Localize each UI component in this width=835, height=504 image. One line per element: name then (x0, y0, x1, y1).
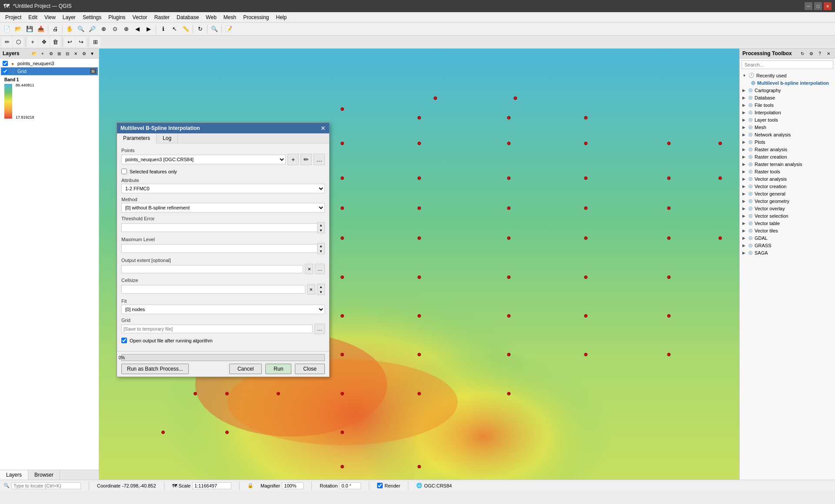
zoom-in-btn[interactable]: 🔍 (76, 24, 86, 34)
extent-clear-button[interactable]: ✕ (305, 264, 313, 274)
dialog-titlebar[interactable]: Multilevel B-Spline Interpolation ✕ (117, 123, 329, 133)
tree-bspline[interactable]: ◎ Multilevel b-spline interpolation (741, 79, 834, 86)
collapse-all-btn[interactable]: ⊟ (63, 50, 71, 57)
fit-select[interactable]: [0] nodes (121, 305, 325, 314)
layer-checkbox-points[interactable] (3, 61, 8, 66)
selected-features-checkbox[interactable] (121, 169, 127, 174)
zoom-prev-btn[interactable]: ◀ (132, 24, 143, 34)
run-batch-button[interactable]: Run as Batch Process... (121, 364, 189, 374)
save-as-btn[interactable]: 📥 (36, 24, 46, 34)
cellsize-up-btn[interactable]: ▲ (317, 284, 324, 289)
tab-layers[interactable]: Layers (0, 470, 28, 480)
tree-grass[interactable]: ▶ ◎ GRASS (741, 242, 834, 249)
cellsize-input[interactable]: 0.001000 (121, 285, 305, 294)
tree-cartography[interactable]: ▶ ◎ Cartography (741, 86, 834, 94)
dialog-close-button[interactable]: ✕ (321, 125, 326, 132)
layer-item-grid[interactable]: ▦ Grid ⊞ (1, 67, 98, 75)
layer-checkbox-grid[interactable] (3, 69, 8, 74)
menu-layer[interactable]: Layer (59, 13, 79, 21)
tab-browser[interactable]: Browser (28, 470, 60, 480)
menu-view[interactable]: View (41, 13, 59, 21)
filter-layer-btn[interactable]: ⚙ (47, 50, 55, 57)
run-button[interactable]: Run (265, 364, 291, 374)
tree-vector-tiles[interactable]: ▶ ◎ Vector tiles (741, 227, 834, 234)
toolbox-settings-btn[interactable]: ⚙ (807, 50, 815, 57)
digitize-btn[interactable]: ✏ (2, 37, 12, 47)
print-btn[interactable]: 🖨 (50, 24, 60, 34)
max-level-input[interactable]: 11 (121, 244, 317, 253)
zoom-selection-btn[interactable]: ⊕ (121, 24, 131, 34)
points-edit-button[interactable]: ✏ (301, 154, 312, 165)
tree-vector-creation[interactable]: ▶ ◎ Vector creation (741, 182, 834, 190)
search-locator-btn[interactable]: 🔍 (209, 24, 220, 34)
grid-output-input[interactable] (121, 325, 313, 333)
extent-browse-button[interactable]: … (315, 264, 325, 274)
attr-table-btn[interactable]: ⊞ (90, 37, 100, 47)
tree-raster-tools[interactable]: ▶ ◎ Raster tools (741, 168, 834, 175)
method-select[interactable]: [0] without B-spline refinement (121, 203, 325, 212)
tree-vector-geometry[interactable]: ▶ ◎ Vector geometry (741, 197, 834, 205)
tree-vector-general[interactable]: ▶ ◎ Vector general (741, 190, 834, 197)
maximize-button[interactable]: □ (814, 2, 822, 10)
remove-layer-btn[interactable]: ✕ (72, 50, 80, 57)
scale-input[interactable] (192, 482, 231, 489)
edit-node-btn[interactable]: ⬡ (13, 37, 23, 47)
max-level-up-btn[interactable]: ▲ (317, 243, 324, 249)
points-browse-button[interactable]: … (314, 154, 325, 165)
threshold-down-btn[interactable]: ▼ (317, 228, 324, 233)
tree-raster-analysis[interactable]: ▶ ◎ Raster analysis (741, 146, 834, 153)
menu-help[interactable]: Help (273, 13, 291, 21)
menu-web[interactable]: Web (202, 13, 220, 21)
minimize-button[interactable]: ─ (805, 2, 812, 10)
tree-database[interactable]: ▶ ◎ Database (741, 94, 834, 101)
zoom-out-btn[interactable]: 🔎 (87, 24, 97, 34)
threshold-up-btn[interactable]: ▲ (317, 222, 324, 228)
tab-parameters[interactable]: Parameters (117, 133, 157, 143)
grid-browse-button[interactable]: … (314, 324, 325, 334)
open-output-checkbox[interactable] (121, 338, 127, 343)
max-level-down-btn[interactable]: ▼ (317, 249, 324, 254)
close-button[interactable]: Close (295, 364, 325, 374)
tree-saga[interactable]: ▶ ◎ SAGA (741, 249, 834, 256)
redo-btn[interactable]: ↪ (76, 37, 86, 47)
toolbox-close-btn[interactable]: ✕ (825, 50, 832, 57)
tree-layer-tools[interactable]: ▶ ◎ Layer tools (741, 116, 834, 123)
tree-vector-overlay[interactable]: ▶ ◎ Vector overlay (741, 205, 834, 212)
threshold-input[interactable]: 0.000100 (121, 223, 317, 232)
toolbox-help-btn[interactable]: ? (816, 50, 824, 57)
new-project-btn[interactable]: 📄 (2, 24, 12, 34)
tree-gdal[interactable]: ▶ ◎ GDAL (741, 234, 834, 242)
toolbox-refresh-btn[interactable]: ↻ (798, 50, 806, 57)
tree-raster-terrain[interactable]: ▶ ◎ Raster terrain analysis (741, 160, 834, 168)
map-area[interactable]: Multilevel B-Spline Interpolation ✕ Para… (99, 49, 739, 480)
points-add-button[interactable]: + (287, 154, 299, 165)
save-project-btn[interactable]: 💾 (24, 24, 35, 34)
tree-file-tools[interactable]: ▶ ◎ File tools (741, 101, 834, 109)
points-select[interactable]: points_neuquen3 [OGC:CRS84] (121, 155, 286, 164)
refresh-btn[interactable]: ↻ (195, 24, 205, 34)
tab-log[interactable]: Log (157, 133, 178, 143)
cancel-button[interactable]: Cancel (229, 364, 262, 374)
attribute-select[interactable]: 1-2 FFMC0 (121, 184, 325, 193)
menu-processing[interactable]: Processing (240, 13, 272, 21)
open-project-btn[interactable]: 📂 (13, 24, 23, 34)
magnifier-input[interactable] (282, 482, 304, 489)
delete-feature-btn[interactable]: 🗑 (50, 37, 60, 47)
menu-vector[interactable]: Vector (129, 13, 151, 21)
menu-raster[interactable]: Raster (151, 13, 173, 21)
measure-btn[interactable]: 📏 (180, 24, 191, 34)
render-checkbox[interactable] (377, 483, 383, 488)
tree-plots[interactable]: ▶ ◎ Plots (741, 138, 834, 146)
layer-item-points[interactable]: ● points_neuquen3 (1, 60, 98, 67)
menu-settings[interactable]: Settings (79, 13, 105, 21)
close-window-button[interactable]: ✕ (824, 2, 832, 10)
menu-edit[interactable]: Edit (25, 13, 41, 21)
add-feature-btn[interactable]: + (27, 37, 38, 47)
toolbox-search-input[interactable] (741, 60, 833, 69)
add-layer-btn[interactable]: + (39, 50, 47, 57)
tree-raster-creation[interactable]: ▶ ◎ Raster creation (741, 153, 834, 160)
layer-settings-btn[interactable]: ⚙ (80, 50, 88, 57)
open-layer-btn[interactable]: 📂 (30, 50, 38, 57)
tree-recently-used[interactable]: ▼ 🕐 Recently used (741, 72, 834, 79)
move-feature-btn[interactable]: ✥ (39, 37, 49, 47)
